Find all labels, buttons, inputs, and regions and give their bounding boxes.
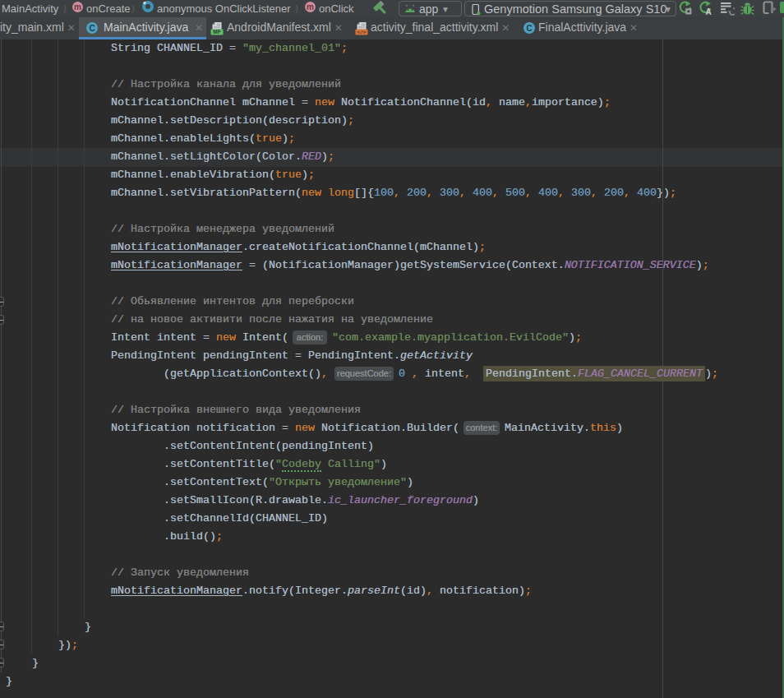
svg-text:C: C: [89, 24, 95, 33]
svg-text:A: A: [706, 7, 712, 16]
svg-text:</>: </>: [357, 30, 367, 35]
svg-text:C: C: [526, 24, 532, 33]
svg-text:MF: MF: [213, 29, 220, 35]
